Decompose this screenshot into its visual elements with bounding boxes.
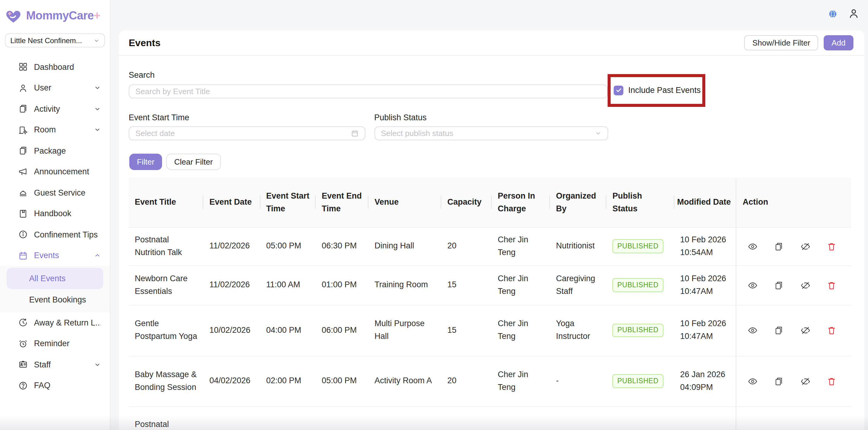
- cell-title: Baby Massage & Bonding Session: [129, 356, 203, 406]
- cell-date: 04/02/2026: [203, 356, 260, 406]
- sidebar-item-dashboard[interactable]: Dashboard: [0, 56, 110, 78]
- unpublish-icon[interactable]: [800, 376, 810, 386]
- cell-action: [735, 406, 851, 430]
- sidebar-item-announcement[interactable]: Announcement: [0, 161, 110, 182]
- add-button[interactable]: Add: [824, 35, 854, 50]
- cell-venue: Multi Purpose Hall: [368, 305, 441, 356]
- sidebar-item-user[interactable]: User: [0, 78, 110, 98]
- cell-capacity: [441, 406, 492, 430]
- cell-status: PUBLISHED: [607, 356, 674, 406]
- sidebar-item-events[interactable]: Events: [0, 245, 110, 266]
- user-avatar-icon[interactable]: [848, 8, 860, 20]
- sidebar-item-faq[interactable]: FAQ: [0, 375, 110, 396]
- cell-status: PUBLISHED: [607, 305, 674, 356]
- duplicate-icon[interactable]: [774, 376, 784, 386]
- publish-status-badge: PUBLISHED: [613, 323, 663, 337]
- cell-date: [203, 406, 260, 430]
- publish-status-label: Publish Status: [374, 113, 427, 122]
- globe-icon[interactable]: [829, 9, 837, 18]
- package-icon: [18, 146, 28, 156]
- sidebar-item-handbook[interactable]: Handbook: [0, 203, 110, 224]
- cell-modified: [674, 406, 735, 430]
- unpublish-icon[interactable]: [800, 241, 810, 251]
- sidebar-item-package[interactable]: Package: [0, 140, 110, 161]
- cell-venue: Dining Hall: [368, 227, 441, 265]
- sidebar-item-staff[interactable]: Staff: [0, 354, 110, 375]
- column-header-title: Event Title: [129, 178, 203, 227]
- event-start-time-picker[interactable]: Select date: [129, 126, 365, 140]
- cell-organizer: [550, 406, 607, 430]
- column-header-start: Event Start Time: [260, 178, 316, 227]
- cell-start: 11:00 AM: [260, 265, 316, 305]
- sidebar-item-reminder[interactable]: Reminder: [0, 333, 110, 354]
- cell-end: [316, 406, 368, 430]
- sidebar-item-confinement-tips[interactable]: Confinement Tips: [0, 224, 110, 245]
- sidebar-subitem-event-bookings[interactable]: Event Bookings: [7, 289, 103, 310]
- duplicate-icon[interactable]: [774, 280, 784, 290]
- view-icon[interactable]: [747, 280, 757, 290]
- chevron-down-icon: [594, 130, 601, 137]
- view-icon[interactable]: [747, 376, 757, 386]
- sidebar-subitem-all-events[interactable]: All Events: [7, 268, 103, 289]
- cell-action: [735, 356, 851, 406]
- sidebar-item-guest-service[interactable]: Guest Service: [0, 182, 110, 203]
- duplicate-icon[interactable]: [774, 325, 784, 335]
- cell-end: 06:30 PM: [316, 227, 368, 265]
- search-label: Search: [129, 70, 155, 80]
- reminder-icon: [18, 339, 28, 349]
- publish-status-badge: PUBLISHED: [613, 374, 663, 388]
- topbar: [829, 8, 860, 20]
- cell-title: Postnatal: [129, 406, 203, 430]
- chevron-down-icon: [93, 37, 99, 44]
- table-row: Postnatal: [129, 406, 851, 430]
- clear-filter-button[interactable]: Clear Filter: [166, 154, 221, 170]
- away-return-icon: [18, 318, 28, 328]
- delete-icon[interactable]: [827, 241, 836, 251]
- staff-icon: [18, 360, 28, 370]
- cell-action: [735, 305, 851, 356]
- cell-pic: Cher Jin Teng: [492, 265, 550, 305]
- cell-modified: 10 Feb 2026 10:54AM: [674, 227, 735, 265]
- delete-icon[interactable]: [827, 325, 836, 335]
- cell-date: 11/02/2026: [203, 227, 260, 265]
- cell-pic: Cher Jin Teng: [492, 305, 550, 356]
- column-header-venue: Venue: [368, 178, 441, 227]
- unpublish-icon[interactable]: [800, 280, 810, 290]
- cell-organizer: Nutritionist: [550, 227, 607, 265]
- filter-button[interactable]: Filter: [129, 154, 162, 170]
- sidebar-item-room[interactable]: Room: [0, 119, 110, 140]
- sidebar-item-away-return-l[interactable]: Away & Return L...: [0, 312, 110, 333]
- unpublish-icon[interactable]: [800, 325, 810, 335]
- view-icon[interactable]: [747, 241, 757, 251]
- confinement-tips-icon: [18, 230, 28, 239]
- include-past-events-checkbox[interactable]: [614, 85, 623, 95]
- sidebar-item-label: Dashboard: [34, 62, 101, 71]
- sidebar-item-activity[interactable]: Activity: [0, 98, 110, 119]
- cell-status: PUBLISHED: [607, 265, 674, 305]
- column-header-end: Event End Time: [316, 178, 368, 227]
- delete-icon[interactable]: [827, 280, 836, 290]
- cell-title: Gentle Postpartum Yoga: [129, 305, 203, 356]
- show-hide-filter-button[interactable]: Show/Hide Filter: [744, 35, 818, 50]
- cell-end: 05:00 PM: [316, 356, 368, 406]
- search-input[interactable]: [135, 87, 601, 96]
- publish-status-placeholder: Select publish status: [381, 129, 453, 138]
- sidebar-item-label: Room: [34, 125, 94, 135]
- publish-status-select[interactable]: Select publish status: [374, 126, 608, 140]
- view-icon[interactable]: [747, 325, 757, 335]
- sidebar-item-label: Package: [34, 146, 101, 155]
- app-root: MommyCare+ Little Nest Confinem... Dashb…: [0, 0, 868, 430]
- cell-capacity: 15: [441, 265, 492, 305]
- delete-icon[interactable]: [827, 376, 836, 386]
- sidebar-item-label: Confinement Tips: [34, 230, 101, 239]
- sidebar: MommyCare+ Little Nest Confinem... Dashb…: [0, 0, 111, 430]
- cell-end: 06:00 PM: [316, 305, 368, 356]
- calendar-icon: [350, 130, 359, 137]
- cell-pic: Cher Jin Teng: [492, 356, 550, 406]
- cell-end: 01:00 PM: [316, 265, 368, 305]
- page-title: Events: [129, 37, 160, 48]
- duplicate-icon[interactable]: [774, 241, 784, 251]
- property-selector[interactable]: Little Nest Confinem...: [5, 33, 105, 47]
- chevron-down-icon: [94, 85, 101, 91]
- cell-modified: 26 Jan 2026 04:09PM: [674, 356, 735, 406]
